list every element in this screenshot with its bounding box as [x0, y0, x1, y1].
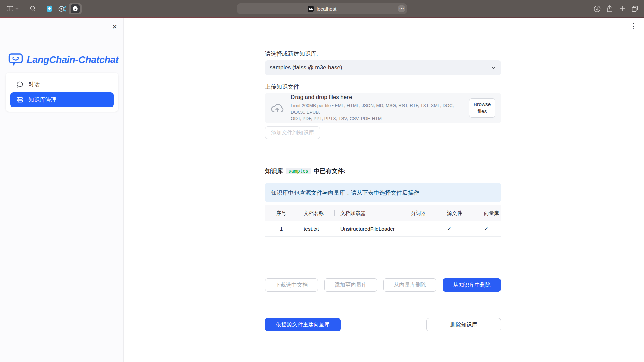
kb-name-code: samples — [286, 168, 311, 174]
sidebar-item-kb-management[interactable]: 知识库管理 — [10, 92, 114, 107]
dropzone-title: Drag and drop files here — [291, 94, 469, 101]
kb-selectbox[interactable]: samples (faiss @ m3e-base) — [265, 60, 501, 75]
column-header[interactable]: 向量库 — [479, 205, 501, 221]
pinned-tab-cat-icon[interactable] — [45, 5, 53, 13]
cell-doc-name: test.txt — [298, 221, 334, 236]
sidebar-toggle-icon[interactable] — [6, 5, 14, 13]
column-header[interactable]: 序号 — [265, 205, 298, 221]
divider — [265, 156, 501, 156]
sidebar: ✕ LangChain-Chatchat 对话 — [0, 18, 124, 362]
streamlit-favicon — [308, 6, 314, 12]
chat-icon — [16, 81, 23, 88]
chevron-down-icon[interactable] — [15, 7, 19, 11]
kb-select-label: 请选择或新建知识库: — [265, 50, 501, 58]
browser-toolbar: localhost ⋯ — [0, 0, 644, 17]
share-icon[interactable] — [606, 5, 613, 13]
cell-splitter — [406, 221, 442, 236]
column-header[interactable]: 源文件 — [442, 205, 479, 221]
sidebar-item-label: 知识库管理 — [28, 96, 57, 104]
cell-doc-loader: UnstructuredFileLoader — [334, 221, 406, 236]
upload-section-label: 上传知识文件 — [265, 83, 501, 91]
chat-bubble-logo-icon — [8, 53, 23, 67]
column-header[interactable]: 分词器 — [406, 205, 442, 221]
file-dropzone[interactable]: Drag and drop files here Limit 200MB per… — [265, 93, 501, 123]
files-section-heading: 知识库 samples 中已有文件: — [265, 167, 501, 175]
divider — [265, 306, 501, 306]
kb-actions-row: 依据源文件重建向量库 删除知识库 — [265, 318, 501, 331]
add-files-to-kb-button[interactable]: 添加文件到知识库 — [265, 126, 320, 139]
github-icon — [71, 4, 80, 13]
sidebar-menu: 对话 知识库管理 — [6, 73, 118, 112]
rebuild-vector-store-button[interactable]: 依据源文件重建向量库 — [265, 318, 341, 331]
database-icon — [16, 96, 23, 103]
select-chevron-down-icon — [491, 65, 496, 70]
new-tab-icon[interactable] — [619, 5, 626, 12]
add-to-vector-store-button[interactable]: 添加至向量库 — [324, 278, 377, 292]
cloud-upload-icon — [271, 103, 284, 113]
column-header[interactable]: 文档加载器 — [334, 205, 406, 221]
table-row[interactable]: 1 test.txt UnstructuredFileLoader ✓ ✓ — [265, 221, 501, 237]
cell-index: 1 — [265, 221, 298, 236]
column-header[interactable]: 文档名称 — [298, 205, 334, 221]
kb-selected-value: samples (faiss @ m3e-base) — [270, 64, 342, 71]
delete-from-kb-button[interactable]: 从知识库中删除 — [443, 278, 501, 292]
cell-source-file-check: ✓ — [442, 221, 479, 236]
remove-from-vector-store-button[interactable]: 从向量库删除 — [383, 278, 436, 292]
file-actions-row: 下载选中文档 添加至向量库 从向量库删除 从知识库中删除 — [265, 278, 501, 292]
downloads-icon[interactable] — [593, 5, 601, 13]
files-table[interactable]: 序号 文档名称 文档加载器 分词器 源文件 向量库 1 test.txt Uns… — [265, 205, 501, 271]
streamlit-menu-icon[interactable]: ⋮ — [628, 21, 639, 32]
active-tab-pill[interactable] — [69, 3, 82, 14]
delete-kb-button[interactable]: 删除知识库 — [426, 318, 501, 331]
page-options-icon[interactable]: ⋯ — [398, 5, 405, 12]
cell-vector-store-check: ✓ — [479, 221, 501, 236]
download-selected-button[interactable]: 下载选中文档 — [265, 278, 318, 292]
dropzone-limit-text: Limit 200MB per file • EML, HTML, JSON, … — [291, 102, 469, 122]
search-icon[interactable] — [29, 5, 37, 12]
browse-files-button[interactable]: Browse files — [469, 98, 495, 118]
url-text: localhost — [317, 6, 336, 12]
url-bar[interactable]: localhost ⋯ — [237, 3, 407, 14]
app-logo-text: LangChain-Chatchat — [26, 54, 119, 65]
pinned-tab-broadcast-icon[interactable] — [58, 5, 66, 13]
main-content: 请选择或新建知识库: samples (faiss @ m3e-base) 上传… — [265, 18, 501, 331]
tab-overview-icon[interactable] — [631, 5, 639, 13]
info-message: 知识库中包含源文件与向量库，请从下表中选择文件后操作 — [265, 183, 501, 202]
app-logo: LangChain-Chatchat — [8, 53, 119, 67]
sidebar-item-label: 对话 — [28, 81, 40, 88]
sidebar-close-icon[interactable]: ✕ — [112, 23, 117, 31]
sidebar-item-dialogue[interactable]: 对话 — [10, 77, 114, 92]
files-table-header: 序号 文档名称 文档加载器 分词器 源文件 向量库 — [265, 205, 501, 221]
webpage: ⋮ ✕ LangChain-Chatchat — [0, 18, 644, 362]
